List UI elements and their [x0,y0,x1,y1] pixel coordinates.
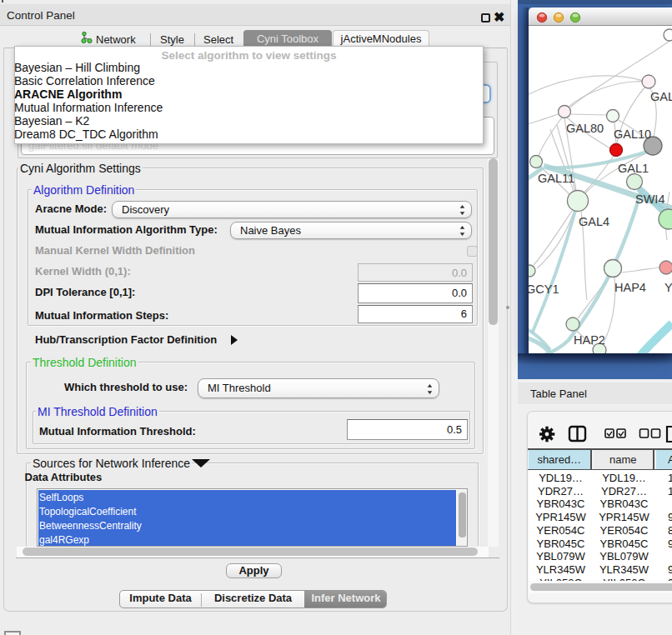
svg-text:GAL10: GAL10 [614,128,651,141]
svg-text:GAL4: GAL4 [579,215,609,228]
svg-text:HAP4: HAP4 [614,281,646,294]
svg-text:GAL1: GAL1 [618,162,649,175]
svg-text:Y: Y [664,281,672,294]
svg-text:GAL7: GAL7 [650,90,672,103]
svg-text:GAL11: GAL11 [538,172,574,185]
svg-text:HAP2: HAP2 [574,333,605,347]
svg-text:GCY1: GCY1 [529,282,559,296]
svg-text:SWI4: SWI4 [635,192,664,206]
svg-text:GAL80: GAL80 [566,122,604,135]
